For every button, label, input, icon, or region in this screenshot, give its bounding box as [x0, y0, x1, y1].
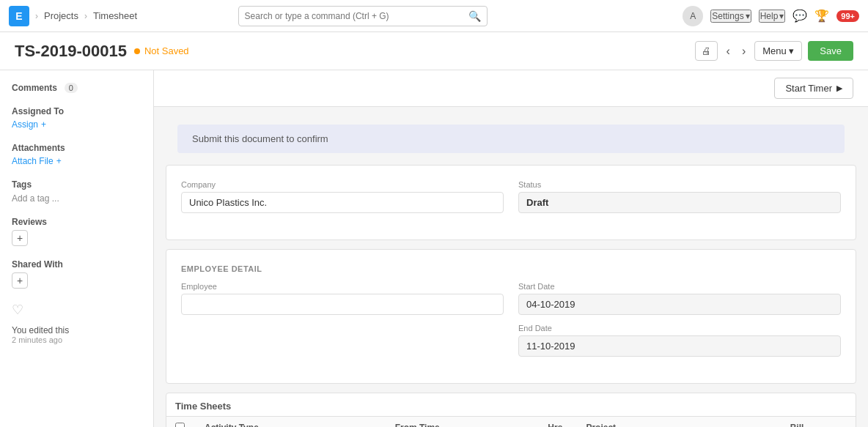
timesheets-table-card: Time Sheets Activity Type From Time Hrs …: [166, 393, 856, 427]
nav-sep-1: ›: [35, 11, 38, 21]
shared-with-label: Shared With: [12, 259, 141, 270]
app-icon: E: [9, 6, 29, 26]
nav-timesheet[interactable]: Timesheet: [93, 10, 137, 21]
assigned-to-label: Assigned To: [12, 106, 141, 116]
activity-text: You edited this: [12, 325, 141, 335]
employee-row: Employee Start Date End Date: [181, 282, 841, 357]
select-all-checkbox[interactable]: [175, 423, 185, 427]
nav-right-actions: A Settings ▾ Help ▾ 💬 🏆 99+: [683, 6, 859, 26]
comments-count: 0: [65, 83, 78, 93]
th-project: Project: [577, 423, 768, 427]
plus-icon: +: [41, 119, 46, 130]
search-input[interactable]: [245, 11, 468, 21]
document-id: TS-2019-00015: [15, 42, 127, 61]
avatar: A: [683, 6, 703, 26]
end-date-label: End Date: [518, 324, 841, 333]
timer-cursor-icon: ▶: [836, 83, 842, 93]
attach-plus-icon: +: [56, 156, 62, 166]
nav-sep-2: ›: [84, 11, 87, 21]
status-input: [518, 192, 841, 213]
dates-group: Start Date End Date: [518, 282, 841, 357]
comments-label: Comments: [12, 83, 57, 93]
activity-section: You edited this 2 minutes ago: [12, 325, 141, 344]
prev-button[interactable]: ‹: [724, 42, 733, 61]
employee-group: Employee: [181, 282, 504, 357]
menu-button[interactable]: Menu ▾: [754, 41, 802, 61]
help-button[interactable]: Help ▾: [759, 10, 786, 23]
menu-chevron-icon: ▾: [789, 45, 794, 56]
employee-card: EMPLOYEE DETAIL Employee Start Date End …: [166, 249, 856, 384]
main-content: Start Timer ▶ Submit this document to co…: [154, 70, 868, 427]
shared-with-section: Shared With +: [12, 259, 141, 289]
th-bill: Bill: [768, 423, 826, 427]
th-checkbox: [166, 423, 196, 427]
assigned-to-section: Assigned To Assign +: [12, 106, 141, 130]
status-group: Status: [518, 180, 841, 213]
end-date-group: End Date: [518, 324, 841, 357]
company-input[interactable]: [181, 192, 504, 213]
submit-banner: Submit this document to confirm: [177, 125, 845, 153]
th-activity: Activity Type: [196, 423, 386, 427]
company-status-row: Company Status: [181, 180, 841, 213]
company-status-card: Company Status: [166, 165, 856, 240]
reviews-section: Reviews +: [12, 217, 141, 246]
start-date-input: [518, 294, 841, 315]
attach-file-link[interactable]: Attach File +: [12, 156, 141, 166]
nav-projects[interactable]: Projects: [44, 10, 78, 21]
timesheets-title: Time Sheets: [166, 393, 856, 417]
status-label: Status: [518, 180, 841, 189]
company-group: Company: [181, 180, 504, 213]
assign-link[interactable]: Assign +: [12, 119, 141, 130]
settings-button[interactable]: Settings ▾: [710, 10, 751, 23]
chevron-down-icon-help: ▾: [779, 11, 784, 21]
start-timer-button[interactable]: Start Timer ▶: [774, 78, 853, 99]
th-from: From Time: [386, 423, 534, 427]
top-navigation: E › Projects › Timesheet 🔍 A Settings ▾ …: [0, 0, 868, 32]
reviews-label: Reviews: [12, 217, 141, 227]
search-bar[interactable]: 🔍: [238, 6, 488, 26]
attachments-section: Attachments Attach File +: [12, 143, 141, 166]
print-button[interactable]: 🖨: [695, 41, 718, 61]
save-button[interactable]: Save: [808, 41, 853, 61]
employee-label: Employee: [181, 282, 504, 291]
start-date-group: Start Date: [518, 282, 841, 315]
th-hrs: Hrs: [533, 423, 577, 427]
trophy-icon[interactable]: 🏆: [814, 9, 829, 23]
sidebar: Comments 0 Assigned To Assign + Attachme…: [0, 70, 154, 427]
company-label: Company: [181, 180, 504, 189]
tags-section: Tags Add a tag ...: [12, 179, 141, 204]
notification-badge[interactable]: 99+: [836, 10, 859, 22]
start-date-label: Start Date: [518, 282, 841, 291]
chat-icon[interactable]: 💬: [792, 9, 807, 23]
comments-section: Comments 0: [12, 82, 141, 93]
next-button[interactable]: ›: [739, 42, 749, 61]
end-date-input: [518, 335, 841, 357]
page-header: TS-2019-00015 Not Saved 🖨 ‹ › Menu ▾ Sav…: [0, 32, 868, 70]
employee-section-header: EMPLOYEE DETAIL: [181, 264, 841, 273]
add-tag-link[interactable]: Add a tag ...: [12, 193, 59, 204]
tags-label: Tags: [12, 179, 141, 190]
chevron-down-icon: ▾: [746, 11, 750, 21]
not-saved-label: Not Saved: [144, 45, 189, 56]
attachments-label: Attachments: [12, 143, 141, 153]
form-area: Company Status EMPLOYEE DETAIL Employee: [154, 153, 868, 427]
search-icon: 🔍: [468, 10, 481, 22]
activity-time: 2 minutes ago: [12, 335, 141, 344]
main-layout: Comments 0 Assigned To Assign + Attachme…: [0, 70, 868, 427]
header-actions: 🖨 ‹ › Menu ▾ Save: [695, 41, 853, 61]
add-review-button[interactable]: +: [12, 230, 28, 246]
heart-icon[interactable]: ♡: [12, 302, 141, 318]
table-header-row: Activity Type From Time Hrs Project Bill: [166, 417, 856, 427]
th-action: [826, 423, 856, 427]
not-saved-dot: [134, 48, 140, 54]
employee-input[interactable]: [181, 294, 504, 315]
add-shared-button[interactable]: +: [12, 272, 28, 289]
timer-bar: Start Timer ▶: [154, 70, 868, 107]
